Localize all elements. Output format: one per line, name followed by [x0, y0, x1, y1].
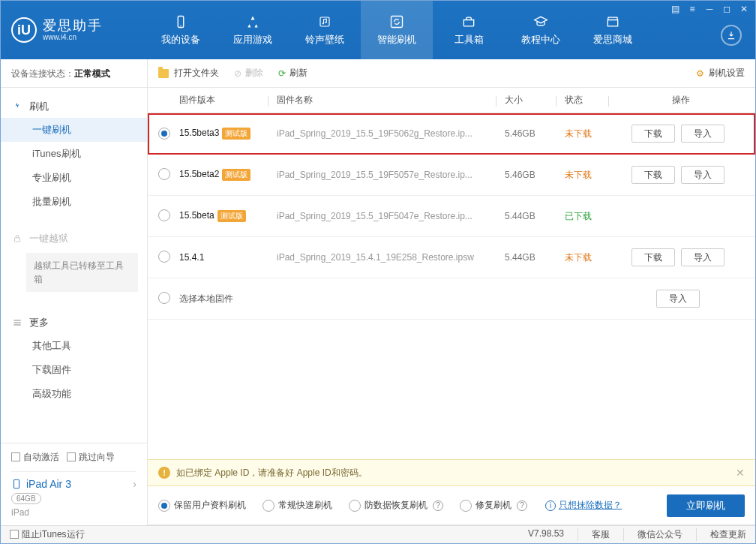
row-radio[interactable] [158, 128, 170, 140]
phone-icon [172, 14, 189, 30]
sidebar-group-jailbreak: 一键越狱 越狱工具已转移至工具箱 [1, 220, 147, 304]
sidebar: 设备连接状态：正常模式 刷机 一键刷机 iTunes刷机 专业刷机 批量刷机 一… [1, 59, 148, 525]
download-indicator-icon[interactable] [721, 25, 742, 46]
lock-icon [11, 233, 23, 245]
maximize-icon[interactable]: ◻ [722, 4, 732, 14]
app-logo-icon: iU [11, 17, 37, 43]
import-button[interactable]: 导入 [681, 248, 724, 266]
firmware-row[interactable]: 15.5beta测试版 iPad_Spring_2019_15.5_19F504… [148, 196, 755, 237]
menu-icon[interactable]: ≡ [687, 4, 698, 14]
sidebar-head-flash[interactable]: 刷机 [1, 95, 147, 118]
flash-now-button[interactable]: 立即刷机 [667, 494, 745, 517]
folder-icon [158, 69, 169, 78]
firmware-row[interactable]: 15.4.1 iPad_Spring_2019_15.4.1_19E258_Re… [148, 237, 755, 278]
titlebar: iU 爱思助手 www.i4.cn 我的设备 应用游戏 铃声壁纸 智能刷机 工具… [1, 1, 755, 59]
nav-toolbox[interactable]: 工具箱 [433, 1, 505, 59]
app-logo-block: iU 爱思助手 www.i4.cn [11, 17, 137, 43]
stop-itunes-checkbox[interactable]: 阻止iTunes运行 [10, 528, 85, 541]
erase-only-link[interactable]: 只想抹除数据？ [559, 499, 622, 512]
info-icon[interactable]: i [545, 500, 556, 511]
sidebar-item-batch-flash[interactable]: 批量刷机 [1, 190, 147, 214]
more-icon [11, 317, 23, 329]
conn-label: 设备连接状态： [11, 68, 74, 79]
firmware-row[interactable]: 15.5beta3测试版 iPad_Spring_2019_15.5_19F50… [148, 113, 755, 155]
window-controls: ▤ ≡ ─ ◻ ✕ [670, 4, 749, 14]
minimize-icon[interactable]: ─ [704, 4, 715, 14]
opt-normal-fast[interactable]: 常规快速刷机 [262, 499, 332, 512]
import-button[interactable]: 导入 [681, 125, 724, 143]
statusbar-right: V7.98.53 客服 微信公众号 检查更新 [514, 528, 746, 541]
th-ops: 操作 [617, 94, 745, 107]
check-update-link[interactable]: 检查更新 [696, 528, 746, 541]
app-site: www.i4.cn [43, 33, 103, 41]
close-tip-icon[interactable]: ✕ [736, 467, 745, 479]
nav-apps-games[interactable]: 应用游戏 [217, 1, 289, 59]
opt-repair[interactable]: 修复刷机? [460, 499, 527, 512]
radio-icon [262, 500, 274, 512]
device-name: iPad Air 3 › [11, 478, 136, 490]
help-icon[interactable]: ? [517, 500, 527, 511]
sidebar-item-itunes-flash[interactable]: iTunes刷机 [1, 142, 147, 166]
refresh-button[interactable]: ⟳刷新 [278, 67, 308, 80]
help-icon[interactable]: ? [433, 500, 443, 511]
nav-ringtone-wallpaper[interactable]: 铃声壁纸 [289, 1, 361, 59]
apple-id-tip: ! 如已绑定 Apple ID，请准备好 Apple ID和密码。 ✕ [148, 459, 755, 486]
row-radio[interactable] [158, 292, 170, 304]
th-version: 固件版本 [179, 94, 277, 107]
device-type: iPad [11, 507, 136, 518]
sidebar-head-more[interactable]: 更多 [1, 311, 147, 334]
customer-service-link[interactable]: 客服 [578, 528, 610, 541]
nav-mall[interactable]: 爱思商城 [577, 1, 649, 59]
row-radio[interactable] [158, 209, 170, 221]
close-icon[interactable]: ✕ [739, 4, 749, 14]
auto-activate-checkbox[interactable]: 自动激活 [11, 451, 59, 464]
app-name: 爱思助手 [43, 19, 103, 34]
row-radio[interactable] [158, 251, 170, 263]
sidebar-item-pro-flash[interactable]: 专业刷机 [1, 166, 147, 190]
svg-rect-5 [392, 17, 403, 28]
opt-keep-data[interactable]: 保留用户资料刷机 [158, 499, 246, 512]
opt-anti-recover[interactable]: 防数据恢复刷机? [349, 499, 443, 512]
sidebar-item-download-firmware[interactable]: 下载固件 [1, 358, 147, 382]
download-button[interactable]: 下载 [632, 125, 675, 143]
open-folder-button[interactable]: 打开文件夹 [158, 67, 219, 80]
firmware-status: 未下载 [565, 251, 617, 264]
table-header: 固件版本 固件名称 大小 状态 操作 [148, 88, 755, 113]
sidebar-item-other-tools[interactable]: 其他工具 [1, 334, 147, 358]
sidebar-item-one-click-flash[interactable]: 一键刷机 [1, 118, 147, 142]
wechat-link[interactable]: 微信公众号 [623, 528, 682, 541]
firmware-status: 未下载 [565, 169, 617, 182]
firmware-row[interactable]: 15.5beta2测试版 iPad_Spring_2019_15.5_19F50… [148, 155, 755, 196]
beta-tag: 测试版 [222, 128, 250, 140]
firmware-size: 5.46GB [505, 170, 565, 180]
nav-label: 智能刷机 [377, 33, 416, 47]
beta-tag: 测试版 [222, 169, 250, 181]
download-button[interactable]: 下载 [632, 166, 675, 184]
sidebar-group-flash: 刷机 一键刷机 iTunes刷机 专业刷机 批量刷机 [1, 88, 147, 220]
import-button[interactable]: 导入 [656, 290, 700, 308]
nav-label: 工具箱 [454, 33, 484, 47]
content: 打开文件夹 ⊘删除 ⟳刷新 ⚙刷机设置 固件版本 固件名称 大小 状态 操作 1… [148, 59, 755, 525]
import-button[interactable]: 导入 [681, 166, 724, 184]
sidebar-item-advanced[interactable]: 高级功能 [1, 382, 147, 406]
radio-icon [349, 500, 361, 512]
sidebar-head-jailbreak: 一键越狱 [1, 227, 147, 250]
nav-smart-flash[interactable]: 智能刷机 [361, 1, 433, 59]
row-radio[interactable] [158, 168, 170, 180]
nav-my-device[interactable]: 我的设备 [145, 1, 217, 59]
device-info-block[interactable]: iPad Air 3 › 64GB iPad [11, 471, 136, 518]
flash-settings-button[interactable]: ⚙刷机设置 [696, 67, 745, 80]
graduation-icon [532, 14, 549, 30]
skip-guide-checkbox[interactable]: 跳过向导 [67, 451, 115, 464]
warning-icon: ! [158, 467, 170, 479]
list-icon[interactable]: ▤ [670, 4, 680, 14]
flash-icon [11, 101, 23, 113]
firmware-size: 5.44GB [505, 211, 565, 221]
local-firmware-row[interactable]: 选择本地固件 导入 [148, 278, 755, 320]
nav-tutorial[interactable]: 教程中心 [505, 1, 577, 59]
statusbar: 阻止iTunes运行 V7.98.53 客服 微信公众号 检查更新 [1, 525, 755, 543]
firmware-filename: iPad_Spring_2019_15.5_19F5047e_Restore.i… [277, 211, 505, 221]
sidebar-bottom: 自动激活 跳过向导 iPad Air 3 › 64GB iPad [1, 443, 147, 525]
download-button[interactable]: 下载 [632, 248, 675, 266]
music-icon [316, 14, 333, 30]
